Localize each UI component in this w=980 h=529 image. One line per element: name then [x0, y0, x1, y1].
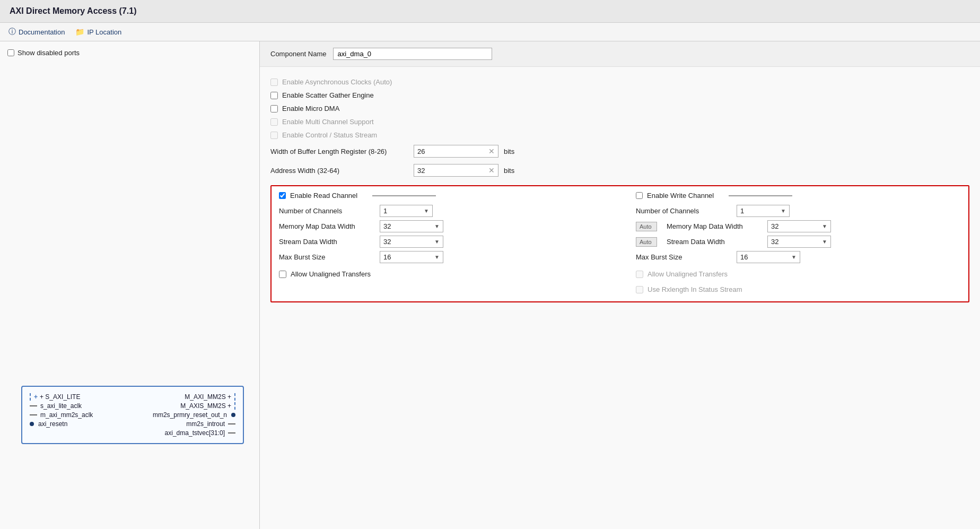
chevron-down-icon-8: ▼ — [791, 254, 797, 260]
write-channel-header: Enable Write Channel — [604, 192, 961, 200]
channels-box: Enable Read Channel Enable Write Channel — [270, 185, 969, 302]
checkbox-scatter-gather: Enable Scatter Gather Engine — [270, 89, 969, 102]
enable-write-channel-label: Enable Write Channel — [647, 192, 714, 200]
read-mem-width-row: Memory Map Data Width 32 ▼ — [279, 220, 604, 232]
enable-write-channel-checkbox[interactable] — [636, 192, 643, 199]
port-m-axi-aclk: m_axi_mm2s_aclk — [30, 411, 93, 419]
read-stream-width-row: Stream Data Width 32 ▼ — [279, 236, 604, 248]
app-title: AXI Direct Memory Access (7.1) — [10, 6, 137, 15]
write-num-channels-dropdown[interactable]: 1 ▼ — [737, 205, 790, 217]
buffer-width-label: Width of Buffer Length Register (8-26) — [270, 148, 408, 155]
control-stream-label: Enable Control / Status Stream — [282, 131, 377, 139]
port-axi-resetn: axi_resetn — [30, 420, 93, 428]
show-disabled-ports-checkbox[interactable] — [7, 49, 14, 56]
scatter-gather-checkbox[interactable] — [270, 92, 278, 99]
block-diagram: + + S_AXI_LITE s_axi_lite_aclk m_axi_mm2… — [21, 386, 244, 444]
checkbox-async-clocks: Enable Asynchronous Clocks (Auto) — [270, 75, 969, 89]
write-num-channels-label: Number of Channels — [636, 207, 731, 215]
read-stream-width-dropdown[interactable]: 32 ▼ — [380, 236, 443, 248]
write-burst-size-dropdown[interactable]: 16 ▼ — [737, 251, 800, 263]
read-stream-width-value: 32 — [383, 238, 391, 246]
buffer-width-clear[interactable]: ✕ — [488, 147, 495, 155]
ip-location-label: IP Location — [87, 28, 121, 36]
enable-read-channel-checkbox[interactable] — [279, 192, 286, 199]
port-reset-out-label: mm2s_prmry_reset_out_n — [153, 411, 227, 419]
micro-dma-checkbox[interactable] — [270, 105, 278, 112]
chevron-down-icon-4: ▼ — [434, 254, 440, 260]
write-allow-unaligned-label: Allow Unaligned Transfers — [648, 270, 728, 278]
diagram-left-ports: + + S_AXI_LITE s_axi_lite_aclk m_axi_mm2… — [30, 393, 93, 428]
buffer-width-value: 26 — [417, 148, 425, 155]
async-clocks-checkbox[interactable] — [270, 79, 278, 86]
main-container: AXI Direct Memory Access (7.1) ⓘ Documen… — [0, 0, 980, 529]
write-mem-width-dropdown[interactable]: 32 ▼ — [767, 220, 831, 232]
port-introut: mm2s_introut — [186, 420, 235, 428]
ip-location-button[interactable]: 📁 IP Location — [75, 28, 121, 36]
chevron-down-icon-7: ▼ — [822, 239, 827, 245]
port-axi-resetn-label: axi_resetn — [38, 420, 67, 428]
buffer-width-row: Width of Buffer Length Register (8-26) 2… — [270, 142, 969, 161]
port-tstvec-label: axi_dma_tstvec[31:0] — [165, 429, 225, 437]
read-mem-width-dropdown[interactable]: 32 ▼ — [380, 220, 443, 232]
enable-read-channel-label: Enable Read Channel — [290, 192, 357, 200]
component-name-input[interactable] — [333, 48, 492, 60]
address-width-value: 32 — [417, 167, 425, 175]
write-use-rxlength-label: Use Rxlength In Status Stream — [648, 285, 742, 293]
write-allow-unaligned-checkbox[interactable] — [636, 271, 643, 278]
write-burst-size-label: Max Burst Size — [636, 253, 731, 261]
port-tstvec: axi_dma_tstvec[31:0] — [165, 429, 235, 437]
chevron-down-icon: ▼ — [424, 208, 429, 214]
chevron-down-icon-5: ▼ — [781, 208, 786, 214]
read-channel-separator — [372, 195, 436, 196]
address-width-label: Address Width (32-64) — [270, 167, 408, 175]
write-mem-width-row: Auto Memory Map Data Width 32 ▼ — [636, 220, 961, 232]
component-name-label: Component Name — [270, 50, 327, 58]
checkbox-micro-dma: Enable Micro DMA — [270, 102, 969, 115]
write-use-rxlength-row: Use Rxlength In Status Stream — [636, 283, 961, 296]
write-stream-auto-label: Auto — [636, 237, 657, 247]
component-name-row: Component Name — [260, 41, 980, 67]
buffer-width-input[interactable]: 26 ✕ — [414, 145, 498, 158]
write-stream-width-row: Auto Stream Data Width 32 ▼ — [636, 236, 961, 248]
read-num-channels-row: Number of Channels 1 ▼ — [279, 205, 604, 217]
show-disabled-ports-row: Show disabled ports — [7, 49, 252, 57]
read-burst-size-row: Max Burst Size 16 ▼ — [279, 251, 604, 263]
port-s-axi-lite: + + S_AXI_LITE — [30, 393, 93, 401]
left-panel: Show disabled ports + + S_AXI_LITE — [0, 41, 260, 529]
write-burst-size-value: 16 — [740, 253, 748, 261]
read-burst-size-label: Max Burst Size — [279, 253, 374, 261]
write-use-rxlength-checkbox[interactable] — [636, 286, 643, 293]
buffer-width-unit: bits — [504, 148, 514, 155]
control-stream-checkbox[interactable] — [270, 132, 278, 139]
documentation-label: Documentation — [19, 28, 65, 36]
diagram-right-ports: M_AXI_MM2S + M_AXIS_MM2S + mm2s_prmry_re… — [153, 393, 235, 437]
multi-channel-checkbox[interactable] — [270, 118, 278, 126]
port-s-axi-aclk-label: s_axi_lite_aclk — [40, 402, 82, 410]
write-mem-auto-label: Auto — [636, 222, 657, 231]
port-m-axi-mm2s: M_AXI_MM2S + — [185, 393, 235, 401]
write-channel-fields: Number of Channels 1 ▼ Auto Memory Map D… — [604, 205, 961, 296]
scatter-gather-label: Enable Scatter Gather Engine — [282, 91, 374, 99]
read-allow-unaligned-checkbox[interactable] — [279, 271, 286, 278]
read-num-channels-label: Number of Channels — [279, 207, 374, 215]
chevron-down-icon-6: ▼ — [822, 223, 827, 229]
read-allow-unaligned-row: Allow Unaligned Transfers — [279, 267, 604, 281]
port-m-axi-mm2s-label: M_AXI_MM2S + — [185, 393, 231, 401]
read-burst-size-dropdown[interactable]: 16 ▼ — [380, 251, 443, 263]
read-num-channels-value: 1 — [383, 207, 387, 215]
port-m-axis-mm2s-label: M_AXIS_MM2S + — [180, 402, 231, 410]
address-width-input[interactable]: 32 ✕ — [414, 164, 498, 177]
read-stream-width-label: Stream Data Width — [279, 238, 374, 246]
documentation-button[interactable]: ⓘ Documentation — [8, 27, 65, 37]
address-width-clear[interactable]: ✕ — [488, 166, 495, 175]
write-stream-width-dropdown[interactable]: 32 ▼ — [767, 236, 831, 248]
write-stream-width-value: 32 — [771, 238, 778, 246]
content-area: Show disabled ports + + S_AXI_LITE — [0, 41, 980, 529]
checkbox-multi-channel: Enable Multi Channel Support — [270, 115, 969, 128]
chevron-down-icon-2: ▼ — [434, 223, 440, 229]
port-s-axi-aclk: s_axi_lite_aclk — [30, 402, 93, 410]
read-num-channels-dropdown[interactable]: 1 ▼ — [380, 205, 433, 217]
read-mem-width-label: Memory Map Data Width — [279, 222, 374, 230]
port-m-axi-aclk-label: m_axi_mm2s_aclk — [40, 411, 93, 419]
port-s-axi-lite-label: + S_AXI_LITE — [40, 393, 80, 401]
